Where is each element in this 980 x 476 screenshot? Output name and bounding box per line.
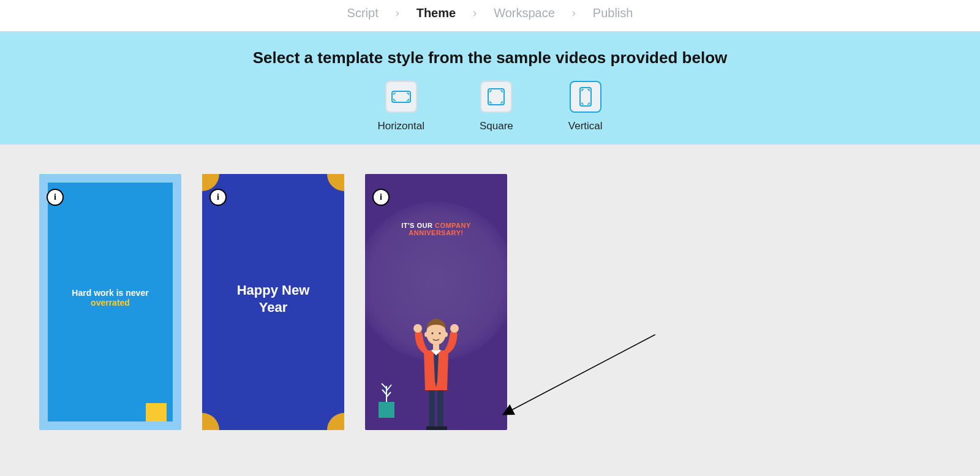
svg-point-13 bbox=[424, 332, 428, 337]
aspect-vertical[interactable]: Vertical bbox=[568, 81, 603, 132]
vertical-icon bbox=[570, 81, 601, 113]
decor-corner bbox=[327, 174, 344, 191]
aspect-ratio-row: Horizontal Square Vertical bbox=[0, 81, 980, 132]
svg-point-7 bbox=[413, 324, 422, 333]
aspect-label: Horizontal bbox=[377, 120, 424, 132]
decor-corner bbox=[327, 413, 344, 430]
decor-corner bbox=[202, 413, 219, 430]
breadcrumb: Script › Theme › Workspace › Publish bbox=[0, 0, 980, 31]
caption-highlight: overrated bbox=[91, 298, 130, 308]
chevron-right-icon: › bbox=[396, 7, 399, 20]
card-inner: Hard work is never overrated bbox=[48, 183, 173, 421]
person-illustration bbox=[399, 295, 473, 430]
template-card-hardwork[interactable]: i Hard work is never overrated bbox=[39, 174, 181, 430]
horizontal-icon bbox=[385, 81, 417, 113]
svg-rect-5 bbox=[426, 426, 437, 430]
svg-point-14 bbox=[444, 332, 448, 337]
svg-rect-3 bbox=[429, 387, 435, 428]
info-icon[interactable]: i bbox=[372, 189, 390, 206]
aspect-label: Square bbox=[480, 120, 513, 132]
banner-heading: Select a template style from the sample … bbox=[0, 48, 980, 67]
svg-rect-6 bbox=[436, 426, 447, 430]
aspect-horizontal[interactable]: Horizontal bbox=[377, 81, 424, 132]
info-icon[interactable]: i bbox=[209, 189, 227, 206]
plant-illustration bbox=[377, 381, 396, 418]
caption-part: ANNIVERSARY! bbox=[409, 229, 463, 236]
aspect-label: Vertical bbox=[568, 120, 603, 132]
template-card-anniversary[interactable]: i IT'S OUR COMPANY ANNIVERSARY! bbox=[365, 174, 507, 430]
caption-part: IT'S OUR bbox=[401, 222, 435, 229]
svg-point-8 bbox=[450, 324, 459, 333]
breadcrumb-step-script[interactable]: Script bbox=[347, 6, 379, 20]
caption-line: Year bbox=[259, 300, 288, 315]
breadcrumb-step-publish[interactable]: Publish bbox=[593, 6, 633, 20]
chevron-right-icon: › bbox=[473, 7, 477, 20]
banner: Select a template style from the sample … bbox=[0, 31, 980, 145]
square-icon bbox=[480, 81, 512, 113]
svg-rect-4 bbox=[437, 387, 443, 428]
chevron-right-icon: › bbox=[572, 7, 576, 20]
annotation-arrow bbox=[502, 334, 662, 420]
template-caption: Hard work is never overrated bbox=[48, 288, 173, 308]
svg-rect-1 bbox=[488, 89, 504, 105]
template-card-newyear[interactable]: i Happy New Year bbox=[202, 174, 344, 430]
decor-square bbox=[146, 403, 167, 421]
templates-area: i Hard work is never overrated i Happy N… bbox=[0, 145, 980, 476]
info-icon[interactable]: i bbox=[47, 189, 64, 206]
template-caption: IT'S OUR COMPANY ANNIVERSARY! bbox=[365, 222, 507, 236]
caption-part: COMPANY bbox=[435, 222, 471, 229]
breadcrumb-step-theme[interactable]: Theme bbox=[417, 6, 456, 20]
svg-point-12 bbox=[439, 332, 440, 334]
caption-line: Hard work is never bbox=[72, 288, 148, 298]
aspect-square[interactable]: Square bbox=[480, 81, 513, 132]
caption-line: Happy New bbox=[237, 282, 310, 298]
template-caption: Happy New Year bbox=[202, 282, 344, 317]
breadcrumb-step-workspace[interactable]: Workspace bbox=[494, 6, 555, 20]
svg-line-15 bbox=[511, 334, 655, 410]
svg-point-11 bbox=[431, 332, 433, 334]
